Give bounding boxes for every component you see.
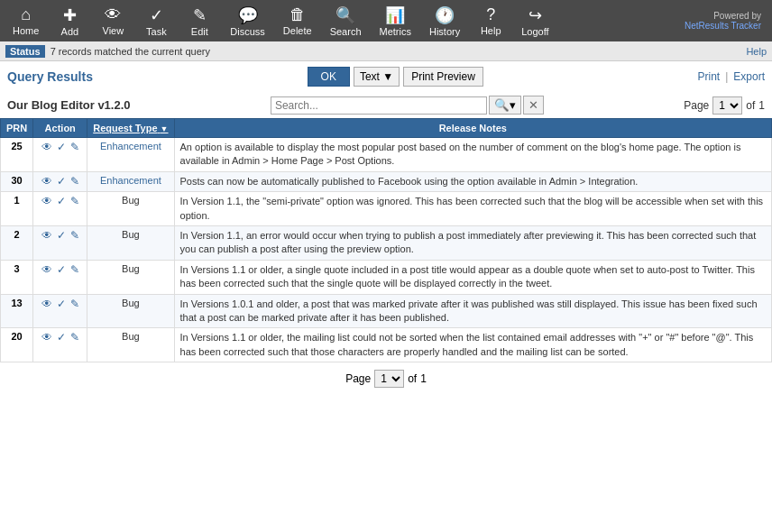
print-link[interactable]: Print	[698, 70, 721, 83]
cell-release-notes: In Versions 1.1 or older, a single quote…	[174, 260, 771, 294]
logoff-icon: ↪	[528, 5, 542, 25]
cell-action: 👁 ✓ ✎	[33, 328, 87, 362]
edit-record-icon[interactable]: ✎	[70, 331, 79, 344]
table-row: 1 👁 ✓ ✎ BugIn Version 1.1, the "semi-pri…	[1, 192, 772, 226]
search-input[interactable]	[271, 96, 487, 115]
cell-prn: 30	[1, 171, 33, 191]
search-icon: 🔍	[335, 5, 355, 25]
table-row: 30 👁 ✓ ✎ EnhancementPosts can now be aut…	[1, 171, 772, 191]
view-record-icon[interactable]: 👁	[41, 175, 52, 188]
nav-edit[interactable]: ✎ Edit	[178, 2, 221, 41]
view-record-icon[interactable]: 👁	[41, 141, 52, 153]
enhancement-label: Enhancement	[100, 175, 161, 186]
nav-task[interactable]: ✓ Task	[134, 2, 178, 41]
edit-record-icon[interactable]: ✎	[70, 141, 79, 153]
col-prn: PRN	[1, 119, 33, 138]
complete-icon[interactable]: ✓	[57, 141, 66, 153]
complete-icon[interactable]: ✓	[57, 195, 66, 207]
complete-icon[interactable]: ✓	[57, 331, 66, 344]
col-release-notes: Release Notes	[174, 119, 771, 138]
module-title: Our Blog Editor v1.2.0	[7, 98, 131, 112]
table-row: 2 👁 ✓ ✎ BugIn Version 1.1, an error woul…	[1, 225, 772, 260]
help-link[interactable]: Help	[746, 46, 767, 57]
nav-delete[interactable]: 🗑 Delete	[274, 2, 321, 40]
home-icon: ⌂	[21, 5, 31, 24]
search-clear-button[interactable]: ✕	[523, 96, 544, 115]
bug-label: Bug	[122, 298, 140, 308]
status-message: 7 records matched the current query	[51, 46, 210, 57]
col-request-type[interactable]: Request Type ▼	[87, 119, 174, 138]
complete-icon[interactable]: ✓	[57, 229, 66, 242]
page-select[interactable]: 1	[712, 96, 742, 115]
nav-help[interactable]: ? Help	[469, 2, 512, 40]
powered-by-text: Powered by NetResults Tracker	[685, 11, 768, 31]
col-action: Action	[33, 119, 87, 138]
complete-icon[interactable]: ✓	[57, 298, 66, 310]
view-record-icon[interactable]: 👁	[41, 331, 52, 344]
status-badge: Status	[5, 45, 45, 58]
cell-release-notes: An option is available to display the mo…	[174, 138, 771, 172]
cell-action: 👁 ✓ ✎	[33, 294, 87, 328]
ok-button[interactable]: OK	[308, 67, 350, 87]
cell-prn: 1	[1, 192, 33, 226]
nav-history[interactable]: 🕐 History	[420, 2, 469, 41]
clear-icon: ✕	[528, 98, 538, 112]
cell-prn: 20	[1, 328, 33, 362]
nav-add[interactable]: ✚ Add	[48, 2, 91, 41]
complete-icon[interactable]: ✓	[57, 175, 66, 188]
edit-record-icon[interactable]: ✎	[70, 263, 79, 276]
cell-release-notes: Posts can now be automatically published…	[174, 171, 771, 191]
table-row: 25 👁 ✓ ✎ EnhancementAn option is availab…	[1, 138, 772, 172]
cell-action: 👁 ✓ ✎	[33, 192, 87, 226]
cell-prn: 13	[1, 294, 33, 328]
edit-record-icon[interactable]: ✎	[70, 229, 79, 242]
brand-link[interactable]: NetResults Tracker	[685, 21, 761, 31]
bug-label: Bug	[122, 263, 140, 274]
edit-record-icon[interactable]: ✎	[70, 175, 79, 188]
toolbar-center: OK Text ▼ Print Preview	[308, 67, 483, 87]
complete-icon[interactable]: ✓	[57, 263, 66, 276]
nav-home[interactable]: ⌂ Home	[4, 2, 48, 40]
add-icon: ✚	[63, 5, 77, 25]
metrics-icon: 📊	[385, 5, 405, 25]
page-info: Page 1 of 1	[684, 96, 765, 115]
discuss-icon: 💬	[238, 5, 258, 25]
cell-request-type: Enhancement	[87, 171, 174, 191]
toolbar-row: Query Results OK Text ▼ Print Preview Pr…	[0, 61, 772, 92]
view-record-icon[interactable]: 👁	[41, 263, 52, 276]
cell-action: 👁 ✓ ✎	[33, 260, 87, 294]
nav-discuss[interactable]: 💬 Discuss	[221, 2, 274, 41]
cell-release-notes: In Version 1.1, the "semi-private" optio…	[174, 192, 771, 226]
top-navigation: ⌂ Home ✚ Add 👁 View ✓ Task ✎ Edit 💬 Disc…	[0, 0, 772, 41]
text-dropdown-button[interactable]: Text ▼	[354, 67, 400, 87]
nav-logoff[interactable]: ↪ Logoff	[512, 2, 557, 41]
table-row: 3 👁 ✓ ✎ BugIn Versions 1.1 or older, a s…	[1, 260, 772, 294]
results-table: PRN Action Request Type ▼ Release Notes …	[0, 118, 772, 362]
view-icon: 👁	[105, 5, 121, 24]
cell-prn: 3	[1, 260, 33, 294]
task-icon: ✓	[150, 5, 163, 25]
nav-metrics[interactable]: 📊 Metrics	[371, 2, 420, 41]
search-submit-button[interactable]: 🔍▾	[489, 96, 521, 115]
search-row: Our Blog Editor v1.2.0 🔍▾ ✕ Page 1 of 1	[0, 92, 772, 118]
cell-request-type: Bug	[87, 192, 174, 226]
edit-record-icon[interactable]: ✎	[70, 298, 79, 310]
edit-icon: ✎	[193, 5, 207, 25]
bottom-pagination: Page 1 of 1	[0, 362, 772, 395]
print-preview-button[interactable]: Print Preview	[403, 67, 483, 87]
view-record-icon[interactable]: 👁	[41, 298, 52, 310]
enhancement-label: Enhancement	[100, 141, 161, 151]
view-record-icon[interactable]: 👁	[41, 195, 52, 207]
help-icon: ?	[486, 5, 495, 24]
cell-action: 👁 ✓ ✎	[33, 225, 87, 260]
cell-release-notes: In Versions 1.1 or older, the mailing li…	[174, 328, 771, 362]
export-link[interactable]: Export	[733, 70, 765, 83]
view-record-icon[interactable]: 👁	[41, 229, 52, 242]
search-submit-icon: 🔍▾	[494, 98, 516, 112]
toolbar-right: Print | Export	[698, 70, 766, 83]
nav-search[interactable]: 🔍 Search	[321, 2, 371, 41]
status-bar: Status 7 records matched the current que…	[0, 41, 772, 61]
edit-record-icon[interactable]: ✎	[70, 195, 79, 207]
bottom-page-select[interactable]: 1	[374, 370, 404, 388]
nav-view[interactable]: 👁 View	[91, 2, 134, 40]
